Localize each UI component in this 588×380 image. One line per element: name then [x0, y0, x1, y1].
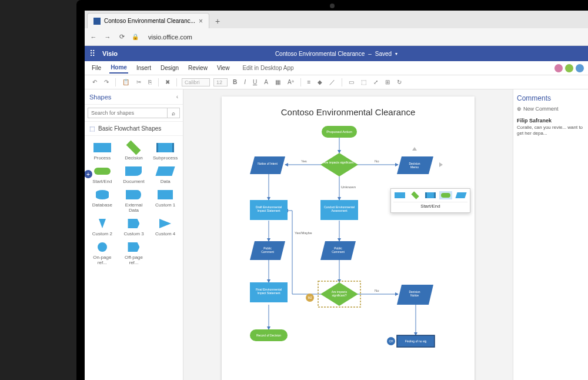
new-tab-button[interactable]: +	[211, 14, 225, 28]
url-text[interactable]: visio.office.com	[145, 34, 192, 41]
fill-icon[interactable]: ◆	[316, 78, 324, 86]
svg-text:Are impactssignificant?: Are impactssignificant?	[332, 290, 348, 297]
tab-view[interactable]: View	[216, 63, 231, 73]
font-select[interactable]: Calibri	[182, 78, 210, 86]
svg-text:Yes: Yes	[301, 159, 307, 163]
comments-panel: Comments ⊕ New Comment Filip Safranek Co…	[513, 89, 588, 380]
shape-process[interactable]: Process	[87, 141, 118, 162]
back-icon[interactable]: ←	[89, 34, 98, 41]
qs-decision[interactable]	[409, 191, 422, 199]
svg-marker-19	[320, 153, 358, 176]
align-icon[interactable]: ≡	[306, 78, 313, 86]
svg-text:Record of Decision: Record of Decision	[256, 334, 281, 337]
rotate-icon[interactable]: ↻	[395, 78, 403, 86]
underline-icon[interactable]: U	[251, 78, 259, 86]
undo-icon[interactable]: ↶	[91, 78, 99, 86]
qs-process[interactable]	[393, 191, 406, 199]
copy-icon[interactable]: ⎘	[146, 78, 153, 86]
shape-document[interactable]: Document	[119, 164, 149, 185]
shape-subprocess[interactable]: Subprocess	[150, 141, 181, 162]
shape-external-data[interactable]: External Data	[119, 188, 149, 214]
new-comment-button[interactable]: ⊕ New Comment	[517, 106, 584, 112]
shape-data[interactable]: Data	[150, 164, 181, 185]
shape-custom1[interactable]: Custom 1	[150, 188, 181, 214]
avatar[interactable]	[554, 64, 563, 73]
svg-marker-25	[412, 147, 417, 151]
ribbon-tabs: File Home Insert Design Review View Edit…	[85, 61, 588, 75]
refresh-icon[interactable]: ⟳	[118, 33, 126, 41]
position-icon[interactable]: ⤢	[372, 78, 380, 86]
shapes-header: Shapes	[89, 94, 111, 101]
chevron-down-icon: ▾	[395, 51, 397, 56]
shape-database[interactable]: Database	[87, 188, 118, 214]
tab-design[interactable]: Design	[159, 63, 180, 73]
svg-text:Unknown: Unknown	[341, 185, 356, 189]
tab-home[interactable]: Home	[109, 62, 128, 74]
shape-styles-icon[interactable]: ▭	[347, 78, 356, 86]
edit-in-desktop-link[interactable]: Edit in Desktop App	[238, 65, 293, 71]
comment-author: Filip Safranek	[517, 118, 584, 124]
font-color-icon[interactable]: A	[262, 78, 270, 86]
svg-text:Final EnvironmentalImpact Stat: Final EnvironmentalImpact Statement	[256, 288, 282, 295]
svg-text:Draft EnvironmentalImpact Stat: Draft EnvironmentalImpact Statement	[256, 205, 282, 212]
bold-icon[interactable]: B	[231, 78, 239, 86]
forward-icon[interactable]: →	[103, 34, 112, 41]
qs-subprocess[interactable]	[424, 191, 437, 199]
visio-favicon	[93, 18, 101, 25]
shape-custom2[interactable]: Custom 2	[87, 216, 118, 238]
qs-data[interactable]	[455, 191, 467, 199]
ribbon-toolbar: ↶ ↷ 📋 ✂ ⎘ ✖ Calibri 12 B I U A ▦ Aᵃ ≡ ◆ …	[85, 75, 588, 89]
comment-body: Coralie, can you revie... want to get he…	[517, 125, 584, 137]
workspace: Shapes ‹ ⌕ ⬚ Basic Flowchart Shapes + Pr…	[85, 89, 588, 380]
italic-icon[interactable]: I	[242, 78, 248, 86]
shape-decision[interactable]: Decision	[119, 141, 149, 162]
line-icon[interactable]: ／	[328, 77, 337, 88]
lock-icon: 🔒	[132, 34, 139, 40]
quick-shapes-popup[interactable]: Start/End	[390, 188, 470, 213]
shape-offpage-ref[interactable]: Off-page ref...	[119, 240, 149, 266]
tab-review[interactable]: Review	[187, 63, 209, 73]
shape-onpage-ref[interactable]: On-page ref...	[87, 240, 118, 266]
shape-custom4[interactable]: Custom 4	[150, 216, 181, 238]
tab-file[interactable]: File	[91, 63, 102, 73]
format-painter-icon[interactable]: ✖	[163, 78, 172, 86]
arrange-icon[interactable]: ⬚	[359, 78, 368, 86]
canvas[interactable]: Contoso Environmental Clearance	[183, 89, 513, 380]
flowchart[interactable]: Yes No Unknown Yes/Maybe No Proposed Act…	[222, 124, 457, 380]
qs-tooltip: Start/End	[393, 202, 467, 210]
shape-search-input[interactable]	[88, 108, 167, 118]
browser-tab[interactable]: Contoso Environmental Clearanc... ×	[87, 13, 209, 28]
stencil-header[interactable]: ⬚ Basic Flowchart Shapes	[85, 122, 183, 136]
svg-marker-21	[250, 156, 285, 174]
avatar[interactable]	[564, 64, 574, 73]
svg-text:No: No	[375, 289, 379, 292]
svg-text:No: No	[375, 159, 379, 163]
drawing-page[interactable]: Contoso Environmental Clearance	[222, 96, 475, 380]
document-title[interactable]: Contoso Environmental Clearance – Saved …	[275, 51, 397, 57]
close-tab-icon[interactable]: ×	[199, 17, 203, 25]
redo-icon[interactable]: ↷	[102, 78, 111, 86]
app-title-bar: ⠿ Visio Contoso Environmental Clearance …	[85, 46, 588, 61]
app-launcher-icon[interactable]: ⠿	[85, 46, 100, 61]
cut-icon[interactable]: ✂	[135, 78, 143, 86]
collapse-icon[interactable]: ‹	[176, 94, 178, 100]
tab-insert[interactable]: Insert	[135, 63, 152, 73]
svg-marker-26	[439, 162, 443, 167]
svg-text:CH: CH	[389, 339, 393, 343]
avatar[interactable]	[575, 64, 584, 73]
highlight-icon[interactable]: ▦	[273, 78, 282, 86]
shape-custom3[interactable]: Custom 3	[119, 216, 149, 238]
comments-header: Comments	[517, 94, 584, 102]
font-size-select[interactable]: 12	[213, 78, 228, 86]
screen: Contoso Environmental Clearanc... × + ← …	[85, 11, 588, 380]
plus-icon: ⊕	[517, 106, 522, 112]
search-icon[interactable]: ⌕	[167, 108, 180, 118]
text-size-icon[interactable]: Aᵃ	[286, 78, 296, 86]
comment-item[interactable]: Filip Safranek Coralie, can you revie...…	[517, 118, 584, 137]
qs-startend[interactable]	[439, 191, 452, 199]
group-icon[interactable]: ⊞	[383, 78, 392, 86]
tab-title: Contoso Environmental Clearanc...	[104, 18, 195, 24]
app-name: Visio	[100, 50, 118, 57]
paste-icon[interactable]: 📋	[121, 78, 131, 86]
shapes-grid: + Process Decision Subprocess Start/End …	[85, 136, 183, 271]
